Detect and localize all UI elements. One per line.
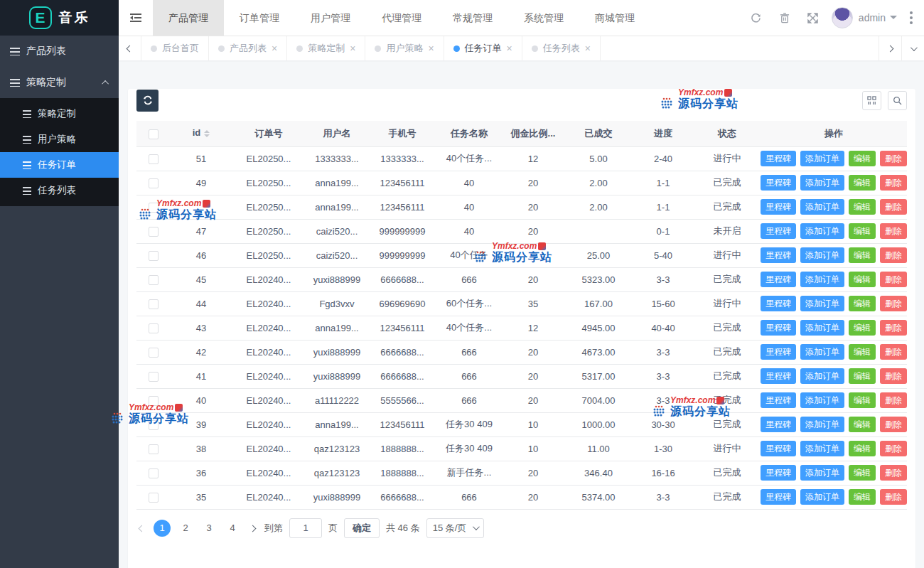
edit-button[interactable]: 编辑 (849, 465, 876, 481)
top-nav-item[interactable]: 产品管理 (153, 0, 224, 36)
sidebar-subitem[interactable]: 任务列表 (0, 178, 119, 203)
edit-button[interactable]: 编辑 (849, 272, 876, 287)
delete-button[interactable]: 删除 (880, 223, 907, 239)
edit-button[interactable]: 编辑 (849, 296, 876, 311)
page-tab[interactable]: 用户策略 × (365, 36, 444, 60)
edit-button[interactable]: 编辑 (849, 247, 876, 263)
row-checkbox[interactable] (149, 493, 159, 503)
row-checkbox[interactable] (149, 372, 159, 382)
select-all-checkbox[interactable] (149, 129, 159, 139)
top-nav-item[interactable]: 系统管理 (508, 0, 579, 36)
milestone-button[interactable]: 里程碑 (761, 199, 796, 215)
top-nav-item[interactable]: 订单管理 (224, 0, 295, 36)
tabs-scroll-right-button[interactable] (879, 36, 901, 60)
row-checkbox[interactable] (149, 178, 159, 188)
goto-confirm-button[interactable]: 确定 (344, 518, 380, 538)
row-checkbox[interactable] (149, 251, 159, 261)
page-next-button[interactable] (247, 523, 258, 533)
tab-close-icon[interactable]: × (428, 43, 434, 53)
top-nav-item[interactable]: 用户管理 (295, 0, 366, 36)
milestone-button[interactable]: 里程碑 (761, 344, 796, 360)
page-tab[interactable]: 后台首页 (141, 36, 209, 60)
top-nav-item[interactable]: 代理管理 (366, 0, 437, 36)
milestone-button[interactable]: 里程碑 (761, 223, 796, 239)
edit-button[interactable]: 编辑 (849, 417, 876, 432)
milestone-button[interactable]: 里程碑 (761, 465, 796, 481)
page-tab[interactable]: 产品列表 × (209, 36, 287, 60)
page-number[interactable]: 2 (177, 520, 194, 537)
add-order-button[interactable]: 添加订单 (800, 175, 844, 191)
edit-button[interactable]: 编辑 (849, 489, 876, 505)
sidebar-item[interactable]: 产品列表 (0, 36, 119, 67)
edit-button[interactable]: 编辑 (849, 199, 876, 215)
add-order-button[interactable]: 添加订单 (800, 320, 844, 336)
row-checkbox[interactable] (149, 348, 159, 358)
tab-close-icon[interactable]: × (507, 43, 512, 53)
milestone-button[interactable]: 里程碑 (761, 392, 796, 408)
delete-button[interactable]: 删除 (880, 151, 907, 166)
delete-button[interactable]: 删除 (880, 344, 907, 360)
add-order-button[interactable]: 添加订单 (800, 392, 844, 408)
delete-button[interactable]: 删除 (880, 272, 907, 287)
milestone-button[interactable]: 里程碑 (761, 368, 796, 384)
row-checkbox[interactable] (149, 396, 159, 406)
tabs-menu-button[interactable] (901, 36, 924, 60)
row-checkbox[interactable] (149, 154, 159, 164)
edit-button[interactable]: 编辑 (849, 175, 876, 191)
page-prev-button[interactable] (136, 523, 147, 533)
add-order-button[interactable]: 添加订单 (800, 489, 844, 505)
sidebar-collapse-button[interactable] (119, 0, 153, 36)
delete-button[interactable]: 删除 (880, 441, 907, 456)
edit-button[interactable]: 编辑 (849, 441, 876, 456)
tab-close-icon[interactable]: × (585, 43, 591, 53)
user-avatar[interactable] (832, 7, 853, 28)
page-size-select[interactable]: 15 条/页 (426, 518, 485, 538)
page-tab[interactable]: 策略定制 × (287, 36, 365, 60)
add-order-button[interactable]: 添加订单 (800, 272, 844, 287)
refresh-button[interactable] (742, 0, 770, 36)
delete-button[interactable]: 删除 (880, 247, 907, 263)
row-checkbox[interactable] (149, 275, 159, 285)
page-number[interactable]: 3 (200, 520, 217, 537)
row-checkbox[interactable] (149, 420, 159, 430)
edit-button[interactable]: 编辑 (849, 368, 876, 384)
delete-button[interactable]: 删除 (880, 368, 907, 384)
delete-button[interactable]: 删除 (880, 199, 907, 215)
page-tab[interactable]: 任务订单 × (444, 36, 522, 60)
clear-cache-button[interactable] (770, 0, 799, 36)
row-checkbox[interactable] (149, 203, 159, 213)
row-checkbox[interactable] (149, 444, 159, 454)
milestone-button[interactable]: 里程碑 (761, 247, 796, 263)
milestone-button[interactable]: 里程碑 (761, 296, 796, 311)
delete-button[interactable]: 删除 (880, 296, 907, 311)
delete-button[interactable]: 删除 (880, 489, 907, 505)
sort-icon[interactable] (204, 127, 210, 140)
add-order-button[interactable]: 添加订单 (800, 151, 844, 166)
add-order-button[interactable]: 添加订单 (800, 344, 844, 360)
row-checkbox[interactable] (149, 227, 159, 237)
milestone-button[interactable]: 里程碑 (761, 441, 796, 456)
edit-button[interactable]: 编辑 (849, 320, 876, 336)
delete-button[interactable]: 删除 (880, 392, 907, 408)
top-nav-item[interactable]: 常规管理 (437, 0, 508, 36)
milestone-button[interactable]: 里程碑 (761, 417, 796, 432)
page-number[interactable]: 4 (224, 520, 241, 537)
goto-page-input[interactable] (289, 518, 322, 538)
add-order-button[interactable]: 添加订单 (800, 417, 844, 432)
row-checkbox[interactable] (149, 468, 159, 478)
table-refresh-button[interactable] (136, 90, 159, 112)
edit-button[interactable]: 编辑 (849, 223, 876, 239)
edit-button[interactable]: 编辑 (849, 344, 876, 360)
sidebar-subitem[interactable]: 用户策略 (0, 127, 119, 152)
add-order-button[interactable]: 添加订单 (800, 223, 844, 239)
add-order-button[interactable]: 添加订单 (800, 296, 844, 311)
add-order-button[interactable]: 添加订单 (800, 199, 844, 215)
page-tab[interactable]: 任务列表 × (522, 36, 601, 60)
tabs-scroll-left-button[interactable] (119, 36, 141, 60)
more-menu-icon[interactable] (910, 16, 913, 19)
add-order-button[interactable]: 添加订单 (800, 247, 844, 263)
edit-button[interactable]: 编辑 (849, 392, 876, 408)
sidebar-subitem[interactable]: 策略定制 (0, 101, 119, 127)
sidebar-group-header[interactable]: 策略定制 (0, 67, 119, 98)
delete-button[interactable]: 删除 (880, 175, 907, 191)
